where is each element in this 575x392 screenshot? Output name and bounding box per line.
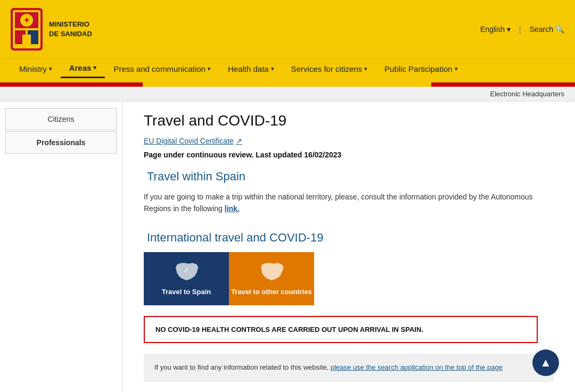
stripe-bar (0, 82, 575, 87)
logo-area: ✦ MINISTERIO DE SANIDAD (11, 8, 92, 51)
travel-to-spain-button[interactable]: ✓ Travel to Spain (144, 252, 229, 305)
svg-rect-7 (22, 35, 31, 44)
nav-chevron-press: ▾ (208, 65, 211, 72)
nav-chevron-participation: ▾ (455, 65, 458, 72)
nav-item-ministry[interactable]: Ministry ▾ (11, 60, 61, 78)
travel-buttons: ✓ Travel to Spain Travel to other countr… (144, 252, 554, 305)
section1-title: Travel within Spain (144, 170, 554, 184)
main-layout: Citizens Professionals Travel and COVID-… (0, 102, 575, 392)
section1-link[interactable]: link. (225, 204, 240, 213)
nav-chevron-services: ▾ (364, 65, 367, 72)
svg-text:✦: ✦ (23, 16, 30, 24)
travel-to-other-button[interactable]: Travel to other countries (229, 252, 314, 305)
search-button[interactable]: Search 🔍 (530, 25, 564, 34)
back-to-top-icon: ▲ (540, 356, 552, 370)
language-label: English (480, 25, 505, 34)
main-content: Travel and COVID-19 EU Digital Covid Cer… (122, 102, 575, 392)
nav-item-areas[interactable]: Areas ▾ (61, 59, 105, 78)
nav-item-press[interactable]: Press and communication ▾ (105, 60, 219, 78)
nav-chevron-ministry: ▾ (49, 65, 52, 72)
nav-chevron-health: ▾ (271, 65, 274, 72)
section1-body: If you are going to make a trip within t… (144, 191, 554, 215)
nav-item-services[interactable]: Services for citizens ▾ (283, 60, 376, 78)
sidebar-item-citizens[interactable]: Citizens (5, 108, 117, 130)
nav-bar: Ministry ▾ Areas ▾ Press and communicati… (0, 59, 575, 82)
svg-text:✓: ✓ (183, 266, 190, 275)
search-label: Search (530, 25, 553, 34)
spain-map-icon: ✓ (173, 261, 200, 282)
language-selector[interactable]: English ▾ (480, 25, 511, 34)
elec-hq-label: Electronic Headquarters (490, 90, 564, 98)
top-right-controls: English ▾ | Search 🔍 (480, 25, 564, 34)
footer-search-link[interactable]: please use the search application on the… (331, 363, 503, 371)
stripe-red-right (431, 82, 575, 87)
search-icon: 🔍 (555, 25, 564, 34)
ministry-name: MINISTERIO DE SANIDAD (49, 20, 92, 39)
citizens-label: Citizens (48, 115, 75, 123)
nav-item-health-data[interactable]: Health data ▾ (219, 60, 283, 78)
back-to-top-button[interactable]: ▲ (532, 349, 559, 376)
section2-title: International travel and COVID-19 (144, 231, 554, 245)
divider: | (519, 25, 521, 34)
btn-other-label: Travel to other countries (231, 288, 312, 296)
lang-chevron-icon: ▾ (507, 25, 511, 34)
footer-info: If you want to find any information rela… (144, 354, 554, 382)
sidebar-item-professionals[interactable]: Professionals (5, 131, 117, 154)
electronic-hq-bar: Electronic Headquarters (0, 87, 575, 102)
nav-item-participation[interactable]: Public Participation ▾ (376, 60, 466, 78)
sidebar: Citizens Professionals (0, 102, 122, 392)
page-title: Travel and COVID-19 (144, 112, 554, 129)
eu-cert-link[interactable]: EU Digital Covid Certificate ↗ (144, 137, 242, 145)
other-countries-map-icon (258, 261, 285, 282)
nav-chevron-areas: ▾ (93, 64, 96, 71)
external-link-icon: ↗ (236, 137, 242, 145)
btn-spain-label: Travel to Spain (162, 288, 211, 296)
professionals-label: Professionals (37, 138, 86, 147)
top-bar: ✦ MINISTERIO DE SANIDAD English ▾ | Sear… (0, 0, 575, 59)
stripe-yellow-mid (143, 82, 431, 87)
last-updated: Page under continuous review. Last updat… (144, 151, 554, 159)
ministry-logo: ✦ (11, 8, 43, 51)
covid-notice: NO COVID-19 HEALTH CONTROLS ARE CARRIED … (144, 316, 538, 343)
stripe-red-left (0, 82, 143, 87)
